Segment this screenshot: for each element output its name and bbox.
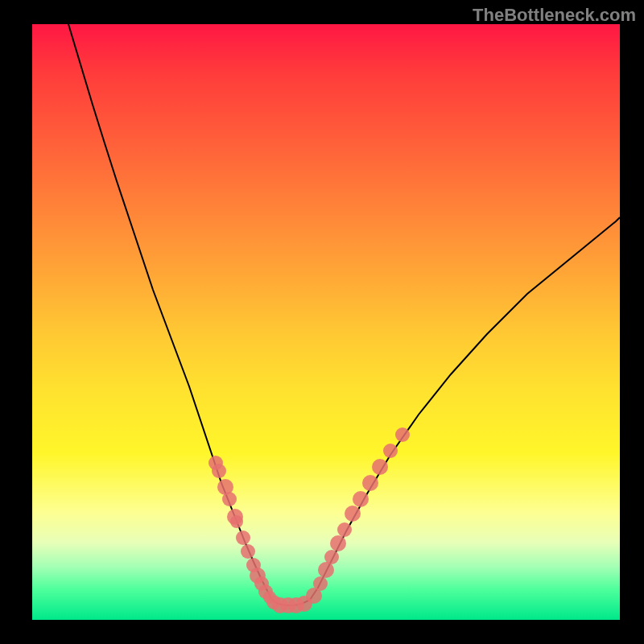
scatter-dot [324,550,339,564]
watermark-text: TheBottleneck.com [473,5,636,26]
scatter-dot [313,576,328,591]
chart-overlay [32,24,620,620]
scatter-dot [236,530,250,545]
scatter-dot [372,459,388,475]
bottleneck-curve-right [310,217,620,600]
scatter-dot [345,506,361,522]
scatter-dot [222,492,237,506]
scatter-dot [230,515,243,528]
chart-container: TheBottleneck.com [0,0,644,644]
scatter-dot [337,522,352,537]
scatter-dot [383,444,398,458]
scatter-dot [362,475,378,491]
scatter-dot [241,544,255,559]
scatter-dot [395,427,410,442]
scatter-dot [212,464,226,478]
plot-area [32,24,620,620]
scatter-dots [208,427,410,613]
scatter-dot [330,535,346,551]
scatter-dot [353,491,369,507]
